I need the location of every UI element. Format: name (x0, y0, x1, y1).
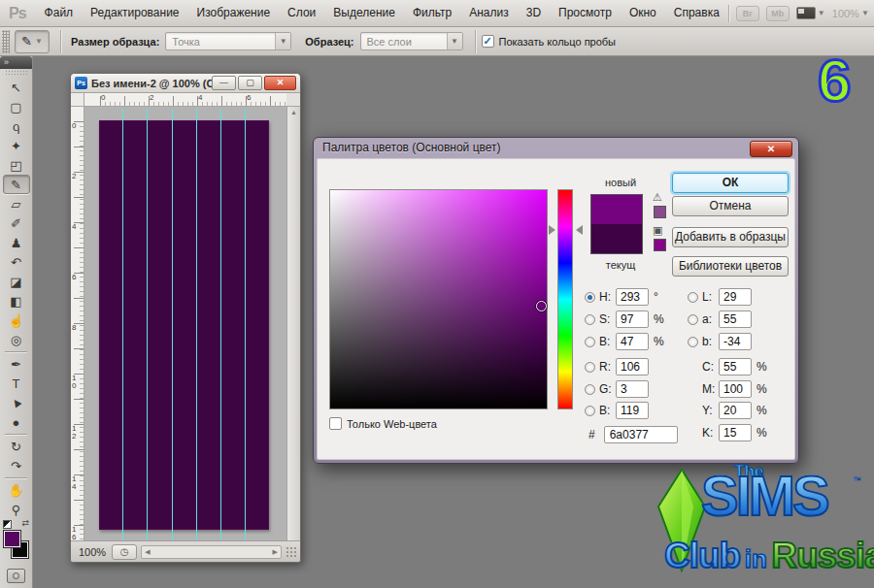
history-brush-tool[interactable]: ↶ (3, 252, 30, 272)
radio-B2[interactable] (585, 406, 595, 416)
healing-brush-tool[interactable]: ▱ (3, 194, 30, 213)
menu-item-редактирование[interactable]: Редактирование (82, 0, 187, 26)
field-input-K[interactable]: 15 (719, 424, 752, 441)
menu-item-3d[interactable]: 3D (518, 0, 550, 26)
sample-size-dropdown[interactable]: Точка ▼ (165, 32, 291, 50)
dodge-tool[interactable]: ◎ (3, 330, 30, 349)
field-input-B2[interactable]: 119 (616, 402, 649, 419)
scroll-left-icon[interactable]: ◀ (145, 548, 150, 556)
eyedropper-tool-preset[interactable]: ✎ ▼ (15, 30, 50, 53)
radio-b[interactable] (688, 337, 698, 347)
panel-grip[interactable] (5, 70, 27, 77)
collapse-panel-icon[interactable]: » (0, 56, 32, 69)
radio-L[interactable] (688, 292, 698, 303)
hue-slider-arrow-left[interactable] (549, 225, 555, 235)
bridge-button[interactable]: Br (736, 6, 759, 21)
vertical-ruler[interactable]: 0246810121416 (71, 107, 84, 540)
guide-line[interactable] (172, 109, 173, 540)
menu-item-изображение[interactable]: Изображение (188, 0, 280, 26)
canvas-view[interactable] (84, 107, 286, 540)
scroll-right-icon[interactable]: ▶ (273, 548, 278, 556)
swap-colors-icon[interactable]: ⇄ (21, 518, 29, 528)
guide-line[interactable] (220, 109, 221, 540)
status-info-button[interactable]: ◷ (112, 544, 137, 560)
resize-grip[interactable] (286, 546, 297, 558)
maximize-button[interactable]: ▢ (238, 76, 262, 90)
menu-item-анализ[interactable]: Анализ (460, 0, 518, 26)
minimize-button[interactable]: — (212, 76, 236, 90)
field-input-Y[interactable]: 20 (719, 402, 752, 419)
horizontal-ruler[interactable]: 0246 (84, 93, 286, 107)
quick-mask-button[interactable] (7, 569, 25, 583)
foreground-color-swatch[interactable] (3, 530, 21, 548)
web-colors-only-checkbox[interactable]: ✓ (329, 417, 342, 430)
saturation-brightness-field[interactable] (329, 189, 548, 409)
path-selection-tool[interactable]: ► (3, 393, 30, 412)
zoom-status[interactable]: 100% (79, 546, 106, 558)
websafe-cube-icon[interactable]: ▣ (653, 224, 662, 236)
hex-input[interactable]: 6a0377 (604, 426, 678, 443)
pen-tool[interactable]: ✒ (3, 354, 30, 374)
field-input-H[interactable]: 293 (616, 288, 649, 306)
field-input-L[interactable]: 29 (719, 288, 752, 306)
gamut-warning-icon[interactable]: ⚠ (653, 191, 662, 203)
field-input-b[interactable]: -34 (719, 333, 752, 350)
add-to-swatches-button[interactable]: Добавить в образцы (672, 227, 789, 247)
lasso-tool[interactable]: ρ (3, 116, 30, 136)
eraser-tool[interactable]: ◪ (3, 272, 30, 291)
radio-B[interactable] (585, 337, 595, 347)
color-field-marker[interactable] (536, 301, 547, 311)
marquee-tool[interactable]: ▢ (3, 97, 30, 116)
field-input-C[interactable]: 55 (719, 358, 752, 376)
quick-selection-tool[interactable]: ✦ (3, 136, 30, 155)
shape-tool[interactable]: ● (3, 412, 30, 432)
close-button[interactable]: ✕ (264, 76, 296, 90)
websafe-replacement-swatch[interactable] (654, 239, 666, 251)
show-sampling-ring-checkbox[interactable]: ✓ (482, 35, 494, 48)
field-input-S[interactable]: 97 (616, 310, 649, 328)
horizontal-scrollbar[interactable]: ◀ ▶ (141, 545, 282, 559)
brush-tool[interactable]: ✐ (3, 213, 30, 233)
clone-stamp-tool[interactable]: ♟ (3, 233, 30, 252)
guide-line[interactable] (147, 109, 148, 540)
dialog-close-button[interactable]: ✕ (750, 141, 792, 157)
ok-button[interactable]: ОК (672, 173, 789, 193)
canvas[interactable] (99, 120, 269, 530)
zoom-tool[interactable]: ⚲ (3, 500, 30, 519)
3d-rotate-tool[interactable]: ↻ (3, 437, 30, 456)
guide-line[interactable] (196, 109, 197, 540)
guide-line[interactable] (245, 109, 246, 540)
crop-tool[interactable]: ◰ (3, 155, 30, 175)
scroll-up-icon[interactable]: ▲ (290, 109, 297, 115)
menu-item-выделение[interactable]: Выделение (324, 0, 404, 26)
menu-item-слои[interactable]: Слои (279, 0, 324, 26)
guide-line[interactable] (122, 109, 123, 540)
hue-slider-arrow-right[interactable] (576, 225, 583, 235)
default-colors-icon[interactable] (3, 520, 12, 529)
type-tool[interactable]: T (3, 374, 30, 393)
move-tool[interactable]: ↖ (3, 78, 30, 97)
field-input-G[interactable]: 3 (616, 380, 649, 398)
menu-item-файл[interactable]: Файл (36, 0, 83, 26)
radio-H[interactable] (585, 292, 595, 303)
menu-item-просмотр[interactable]: Просмотр (550, 0, 621, 26)
zoom-level-dropdown[interactable]: 100%▼ (832, 8, 869, 19)
radio-a[interactable] (688, 314, 698, 325)
color-libraries-button[interactable]: Библиотеки цветов (672, 256, 789, 277)
view-extras-button[interactable]: ▼ (796, 7, 825, 19)
paint-bucket-tool[interactable]: ◧ (3, 291, 30, 310)
eyedropper-tool[interactable]: ✎ (3, 175, 30, 194)
3d-orbit-tool[interactable]: ↷ (3, 456, 30, 475)
smudge-tool[interactable]: ☝ (3, 310, 30, 330)
hue-slider[interactable] (557, 189, 573, 409)
document-title-bar[interactable]: Ps Без имени-2 @ 100% (Сл... — ▢ ✕ (71, 74, 300, 93)
current-color-swatch[interactable] (591, 224, 642, 253)
radio-S[interactable] (585, 314, 595, 325)
field-input-M[interactable]: 100 (719, 380, 752, 398)
radio-R[interactable] (585, 362, 595, 373)
menu-item-справка[interactable]: Справка (665, 0, 728, 26)
field-input-a[interactable]: 55 (719, 310, 752, 328)
panel-grip[interactable] (2, 30, 10, 53)
sample-dropdown[interactable]: Все слои ▼ (360, 32, 463, 50)
gamut-replacement-swatch[interactable] (654, 206, 666, 218)
